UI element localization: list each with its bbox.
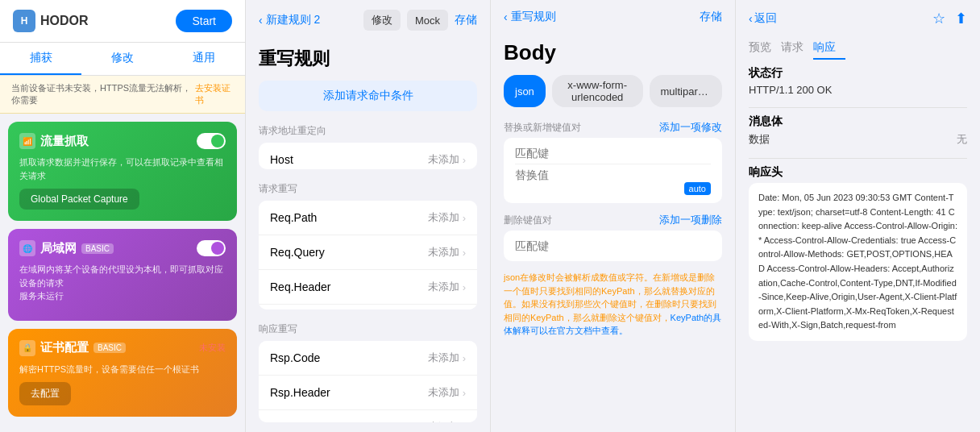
lan-card-header: 🌐 局域网 BASIC bbox=[19, 240, 226, 256]
nav-tab-modify[interactable]: 修改 bbox=[81, 43, 163, 75]
rsp-body-label: Rsp.Body bbox=[270, 421, 319, 422]
req-header-chevron-icon: › bbox=[463, 281, 466, 293]
host-right: 未添加 › bbox=[428, 152, 466, 167]
delete-action-btn[interactable]: 添加一项删除 bbox=[659, 213, 722, 227]
cert-desc: 解密HTTPS流量时，设备需要信任一个根证书 bbox=[19, 363, 226, 376]
traffic-desc: 抓取请求数据并进行保存，可以在抓取记录中查看相关请求 bbox=[19, 156, 226, 182]
rewrite-save-btn[interactable]: 存储 bbox=[455, 10, 477, 31]
traffic-btn[interactable]: Global Packet Capture bbox=[19, 189, 139, 210]
rsp-header-right: 未添加 › bbox=[428, 385, 466, 400]
delete-key-row bbox=[504, 231, 722, 261]
body-sub-label: 数据 bbox=[749, 132, 770, 147]
rsp-body-chevron-icon: › bbox=[463, 422, 466, 422]
lan-title-row: 🌐 局域网 BASIC bbox=[19, 240, 114, 256]
panel-body: ‹ 重写规则 存储 Body json x-www-form-urlencode… bbox=[491, 0, 736, 432]
rsp-code-item[interactable]: Rsp.Code 未添加 › bbox=[259, 341, 477, 376]
add-condition-btn[interactable]: 添加请求命中条件 bbox=[259, 81, 477, 111]
star-icon[interactable]: ☆ bbox=[932, 10, 945, 27]
rewrite-edit-btn[interactable]: 修改 bbox=[363, 10, 401, 31]
lan-icon: 🌐 bbox=[19, 240, 35, 256]
auto-badge: auto bbox=[684, 182, 711, 195]
req-path-right: 未添加 › bbox=[428, 210, 466, 225]
body-section-title: 消息体 bbox=[749, 114, 967, 129]
req-header-value: 未添加 bbox=[428, 280, 459, 294]
response-back-chevron-icon: ‹ bbox=[749, 12, 753, 25]
status-value: HTTP/1.1 200 OK bbox=[749, 84, 967, 96]
headers-text: Date: Mon, 05 Jun 2023 09:30:53 GMT Cont… bbox=[758, 191, 957, 333]
cert-uninstalled-badge: 未安装 bbox=[199, 342, 226, 354]
redirect-section-label: 请求地址重定向 bbox=[246, 121, 490, 141]
req-query-item[interactable]: Req.Query 未添加 › bbox=[259, 235, 477, 270]
traffic-title-row: 📶 流量抓取 bbox=[19, 133, 89, 149]
subtab-response[interactable]: 响应 bbox=[813, 37, 845, 60]
value-row: auto bbox=[515, 168, 711, 182]
lan-badge: BASIC bbox=[81, 243, 114, 254]
req-path-chevron-icon: › bbox=[463, 212, 466, 224]
key-input[interactable] bbox=[515, 147, 711, 160]
cert-badge: BASIC bbox=[93, 343, 126, 353]
app-logo-icon: H bbox=[13, 10, 35, 32]
rsp-code-right: 未添加 › bbox=[428, 351, 466, 365]
req-path-item[interactable]: Req.Path 未添加 › bbox=[259, 201, 477, 235]
req-header-item[interactable]: Req.Header 未添加 › bbox=[259, 270, 477, 305]
app-logo: H HODOR bbox=[13, 10, 89, 32]
traffic-toggle[interactable] bbox=[197, 133, 226, 149]
replace-section-label: 替换或新增键值对 bbox=[504, 121, 581, 135]
cards-container: 📶 流量抓取 抓取请求数据并进行保存，可以在抓取记录中查看相关请求 Global… bbox=[0, 114, 245, 432]
panel-response: ‹ 返回 ☆ ⬆ 预览 请求 响应 状态行 HTTP/1.1 200 OK 消息… bbox=[736, 0, 980, 432]
nav-tab-capture[interactable]: 捕获 bbox=[0, 43, 81, 75]
req-query-value: 未添加 bbox=[428, 245, 459, 260]
traffic-card: 📶 流量抓取 抓取请求数据并进行保存，可以在抓取记录中查看相关请求 Global… bbox=[8, 122, 237, 221]
share-icon[interactable]: ⬆ bbox=[955, 10, 967, 27]
replace-action-btn[interactable]: 添加一项修改 bbox=[659, 120, 722, 135]
cert-title-row: 🔒 证书配置 BASIC bbox=[19, 340, 126, 356]
subtab-preview[interactable]: 预览 bbox=[749, 37, 781, 60]
req-query-label: Req.Query bbox=[270, 246, 325, 259]
cert-title: 证书配置 bbox=[40, 340, 89, 355]
body-save-btn[interactable]: 存储 bbox=[700, 10, 722, 24]
body-back[interactable]: ‹ 重写规则 bbox=[504, 10, 556, 24]
host-item[interactable]: Host 未添加 › bbox=[259, 143, 477, 169]
cert-icon: 🔒 bbox=[19, 340, 35, 356]
req-body-item[interactable]: Req.Body 未添加 › bbox=[259, 305, 477, 309]
rewrite-back-label: 新建规则 2 bbox=[266, 13, 321, 27]
body-back-chevron-icon: ‹ bbox=[504, 10, 508, 23]
rewrite-header: ‹ 新建规则 2 修改 Mock 存储 bbox=[246, 0, 490, 40]
delete-section-header: 删除键值对 添加一项删除 bbox=[491, 210, 735, 231]
req-query-right: 未添加 › bbox=[428, 245, 466, 260]
rsp-code-value: 未添加 bbox=[428, 351, 459, 365]
start-button[interactable]: Start bbox=[176, 10, 232, 32]
rewrite-actions: 修改 Mock 存储 bbox=[363, 10, 477, 31]
host-value: 未添加 bbox=[428, 152, 459, 167]
key-value-row: auto bbox=[504, 138, 722, 203]
host-chevron-icon: › bbox=[463, 154, 466, 166]
traffic-title: 流量抓取 bbox=[40, 134, 89, 149]
format-tab-urlencoded[interactable]: x-www-form-urlencoded bbox=[552, 75, 643, 107]
cert-btn[interactable]: 去配置 bbox=[19, 382, 71, 405]
panel-main: H HODOR Start 捕获 修改 通用 当前设备证书未安装，HTTPS流量… bbox=[0, 0, 246, 432]
rewrite-mock-btn[interactable]: Mock bbox=[407, 10, 448, 31]
response-back[interactable]: ‹ 返回 bbox=[749, 11, 777, 26]
rsp-body-item[interactable]: Rsp.Body 未添加 › bbox=[259, 410, 477, 422]
format-tab-json[interactable]: json bbox=[504, 75, 546, 107]
request-rewrite-list: Req.Path 未添加 › Req.Query 未添加 › Req.Heade… bbox=[259, 201, 477, 309]
response-content: 状态行 HTTP/1.1 200 OK 消息体 数据 无 响应头 Date: M… bbox=[736, 66, 980, 432]
response-subtabs: 预览 请求 响应 bbox=[736, 37, 980, 66]
nav-tab-general[interactable]: 通用 bbox=[164, 43, 245, 75]
warning-text: 当前设备证书未安装，HTTPS流量无法解析，你需要 bbox=[11, 82, 192, 106]
subtab-request[interactable]: 请求 bbox=[781, 37, 813, 60]
body-back-label: 重写规则 bbox=[511, 10, 556, 24]
rsp-header-item[interactable]: Rsp.Header 未添加 › bbox=[259, 376, 477, 410]
body-note: json在修改时会被解析成数值或字符。在新增或是删除一个值时只要找到相同的Key… bbox=[491, 264, 735, 344]
format-tab-multipart[interactable]: multipart/form-d... bbox=[650, 75, 722, 107]
rewrite-back[interactable]: ‹ 新建规则 2 bbox=[259, 13, 320, 27]
delete-key-input[interactable] bbox=[515, 239, 711, 252]
lan-toggle[interactable] bbox=[197, 240, 226, 256]
warning-link[interactable]: 去安装证书 bbox=[195, 82, 234, 106]
host-label: Host bbox=[270, 153, 293, 166]
lan-title: 局域网 bbox=[40, 241, 77, 256]
rsp-body-value: 未添加 bbox=[428, 420, 459, 422]
rsp-header-label: Rsp.Header bbox=[270, 386, 330, 399]
value-input[interactable] bbox=[515, 168, 711, 181]
panel-rewrite: ‹ 新建规则 2 修改 Mock 存储 重写规则 添加请求命中条件 请求地址重定… bbox=[246, 0, 491, 432]
